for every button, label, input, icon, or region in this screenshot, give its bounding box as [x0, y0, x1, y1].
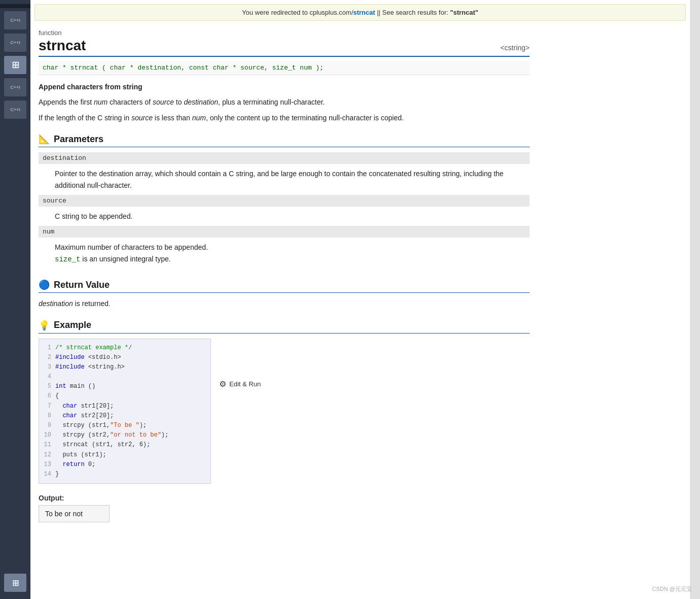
redirect-link[interactable]: strncat — [353, 9, 375, 16]
redirect-bar: You were redirected to cplusplus.com/str… — [34, 4, 686, 21]
code-line-2: 2 #include <stdio.h> — [43, 353, 206, 362]
content-wrapper: function strncat <cstring> char * strnca… — [30, 25, 538, 530]
left-sidebar: C++I C++I ⊞ C++I C++I ⊞ — [0, 0, 30, 599]
example-section-header: 💡 Example — [39, 320, 530, 334]
function-header-tag: <cstring> — [500, 44, 530, 52]
param-num-size-t: size_t — [55, 255, 80, 263]
code-line-10: 10 strcpy (str2,"or not to be"); — [43, 430, 206, 440]
parameters-section-header: 📐 Parameters — [39, 134, 530, 147]
description-title-text: Append characters from string — [39, 83, 143, 91]
code-line-6: 6 { — [43, 391, 206, 401]
output-box: To be or not — [39, 505, 110, 522]
output-value: To be or not — [45, 510, 83, 518]
function-name: strncat — [39, 38, 86, 54]
parameters-icon: 📐 — [39, 134, 50, 145]
function-title-row: strncat <cstring> — [39, 38, 530, 57]
redirect-strncat-bold: strncat — [353, 9, 375, 16]
redirect-separator: || See search results for: — [375, 9, 450, 16]
sidebar-item-3[interactable]: ⊞ — [4, 56, 26, 74]
code-block-wrapper: 1 /* strncat example */ 2 #include <stdi… — [39, 339, 530, 484]
param-source-name: source — [39, 195, 530, 207]
return-value-icon: 🔵 — [39, 279, 50, 290]
return-value-section-header: 🔵 Return Value — [39, 279, 530, 293]
sidebar-item-5[interactable]: C++I — [4, 101, 26, 119]
output-label: Output: — [39, 494, 530, 502]
code-line-11: 11 strncat (str1, str2, 6); — [43, 440, 206, 450]
redirect-quoted: "strncat" — [450, 9, 478, 16]
right-sidebar — [690, 0, 700, 599]
example-icon: 💡 — [39, 320, 50, 331]
code-line-9: 9 strcpy (str1,"To be "); — [43, 421, 206, 430]
sidebar-item-4[interactable]: C++I — [4, 78, 26, 96]
edit-run-label: Edit & Run — [229, 380, 261, 388]
footer-watermark: CSDN @元元宝 — [652, 585, 692, 593]
sidebar-top-bar — [0, 4, 30, 8]
function-signature: char * strncat ( char * destination, con… — [39, 61, 530, 75]
param-source-desc: C string to be appended. — [39, 207, 530, 226]
sidebar-item-1[interactable]: C++I — [4, 11, 26, 29]
code-line-14: 14 } — [43, 470, 206, 479]
description-2: If the length of the C string in source … — [39, 112, 530, 123]
code-line-4: 4 — [43, 372, 206, 382]
edit-run-button[interactable]: ⚙ Edit & Run — [219, 379, 261, 389]
sidebar-item-bottom-1[interactable]: ⊞ — [4, 574, 26, 592]
code-line-1: 1 /* strncat example */ — [43, 343, 206, 353]
code-line-7: 7 char str1[20]; — [43, 402, 206, 411]
description-1: Appends the first num characters of sour… — [39, 96, 530, 108]
param-destination-name: destination — [39, 152, 530, 164]
parameters-label: Parameters — [54, 134, 103, 145]
return-value-desc: destination is returned. — [39, 298, 530, 309]
code-line-5: 5 int main () — [43, 382, 206, 391]
param-num-name: num — [39, 226, 530, 238]
param-source: source C string to be appended. — [39, 195, 530, 226]
sidebar-item-2[interactable]: C++I — [4, 34, 26, 52]
main-content-area: You were redirected to cplusplus.com/str… — [30, 0, 690, 599]
function-label: function — [39, 29, 530, 37]
param-num: num Maximum number of characters to be a… — [39, 226, 530, 269]
param-num-desc: Maximum number of characters to be appen… — [39, 238, 530, 269]
code-line-8: 8 char str2[20]; — [43, 411, 206, 421]
return-value-label: Return Value — [54, 280, 110, 290]
edit-run-icon: ⚙ — [219, 379, 226, 389]
param-destination: destination Pointer to the destination a… — [39, 152, 530, 195]
code-line-13: 13 return 0; — [43, 460, 206, 470]
param-destination-desc: Pointer to the destination array, which … — [39, 164, 530, 195]
example-label: Example — [54, 320, 91, 330]
code-block: 1 /* strncat example */ 2 #include <stdi… — [39, 339, 211, 484]
code-line-12: 12 puts (str1); — [43, 450, 206, 460]
redirect-text-prefix: You were redirected to cplusplus.com/ — [242, 9, 353, 16]
code-line-3: 3 #include <string.h> — [43, 362, 206, 372]
description-title: Append characters from string — [39, 81, 530, 92]
